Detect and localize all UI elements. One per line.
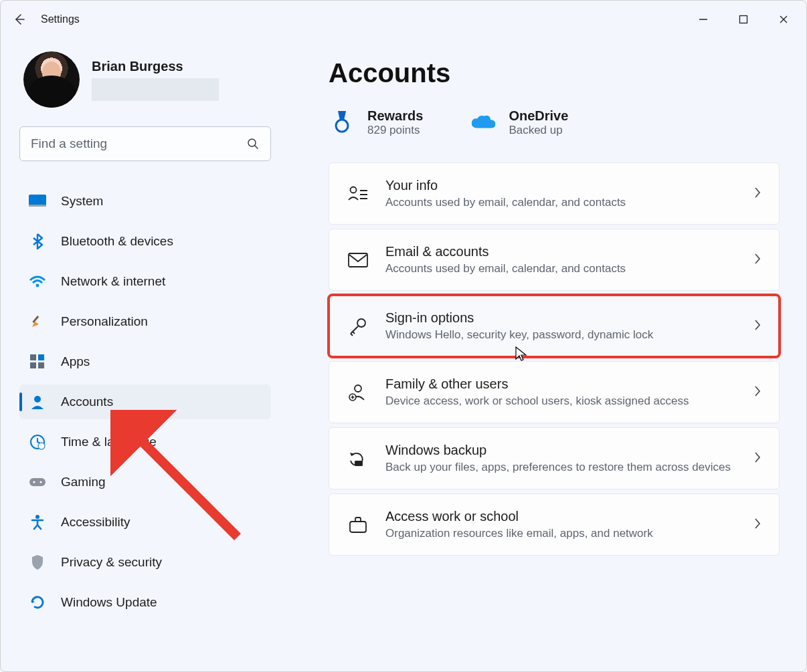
wifi-icon	[29, 273, 46, 290]
minimize-button[interactable]	[683, 3, 723, 35]
search-box[interactable]	[19, 126, 271, 161]
rewards-sub: 829 points	[367, 124, 423, 137]
nav-label: Gaming	[61, 475, 106, 489]
paintbrush-icon	[29, 313, 46, 330]
svg-point-18	[351, 187, 357, 193]
svg-rect-6	[30, 354, 36, 360]
svg-rect-3	[29, 205, 46, 207]
svg-rect-0	[740, 16, 747, 23]
svg-point-14	[33, 481, 35, 483]
card-sub: Back up your files, apps, preferences to…	[385, 461, 737, 474]
display-icon	[29, 193, 46, 210]
nav-label: Accounts	[61, 395, 113, 409]
svg-rect-23	[355, 461, 363, 466]
rewards-title: Rewards	[367, 108, 423, 124]
profile-email-redacted	[92, 78, 219, 101]
nav-item-bluetooth[interactable]: Bluetooth & devices	[19, 224, 271, 259]
svg-point-16	[35, 515, 39, 519]
close-button[interactable]	[764, 3, 804, 35]
card-sub: Organization resources like email, apps,…	[385, 527, 737, 540]
svg-point-17	[336, 120, 348, 132]
arrow-left-icon	[13, 13, 26, 26]
gamepad-icon	[29, 473, 46, 491]
svg-point-15	[39, 481, 41, 483]
card-sub: Accounts used by email, calendar, and co…	[385, 196, 737, 209]
card-title: Windows backup	[385, 443, 737, 458]
backup-icon	[347, 447, 369, 470]
nav-label: Apps	[61, 354, 90, 369]
rewards-medal-icon	[329, 110, 355, 136]
svg-rect-9	[38, 362, 44, 368]
summary-rewards[interactable]: Rewards 829 points	[329, 108, 423, 137]
nav-item-system[interactable]: System	[19, 184, 271, 219]
avatar	[23, 51, 80, 108]
nav-label: Personalization	[61, 314, 148, 329]
search-icon	[246, 137, 260, 150]
main-content: Accounts Rewards 829 points OneDrive Bac…	[288, 38, 806, 671]
apps-icon	[29, 353, 46, 370]
nav-item-privacy[interactable]: Privacy & security	[19, 545, 271, 580]
key-icon	[347, 315, 369, 338]
card-title: Family & other users	[385, 376, 737, 392]
svg-rect-24	[350, 522, 366, 532]
back-button[interactable]	[3, 3, 35, 35]
window-title: Settings	[41, 13, 80, 25]
envelope-icon	[347, 249, 369, 271]
clock-globe-icon	[29, 433, 46, 451]
nav-item-gaming[interactable]: Gaming	[19, 465, 271, 499]
card-sub: Windows Hello, security key, password, d…	[385, 328, 737, 342]
chevron-right-icon	[753, 384, 761, 401]
maximize-icon	[739, 15, 748, 24]
shield-icon	[29, 554, 46, 571]
profile-block[interactable]: Brian Burgess	[23, 51, 271, 108]
summary-onedrive[interactable]: OneDrive Backed up	[470, 108, 568, 137]
nav-item-time-language[interactable]: Time & language	[19, 425, 271, 459]
maximize-button[interactable]	[723, 3, 764, 35]
nav: System Bluetooth & devices Network & int…	[19, 181, 271, 623]
nav-label: Windows Update	[61, 595, 157, 610]
chevron-right-icon	[753, 318, 761, 334]
update-icon	[29, 594, 46, 611]
profile-name: Brian Burgess	[92, 59, 219, 74]
chevron-right-icon	[753, 451, 761, 467]
nav-item-apps[interactable]: Apps	[19, 344, 271, 379]
nav-label: Accessibility	[61, 515, 130, 530]
nav-item-personalization[interactable]: Personalization	[19, 304, 271, 339]
nav-item-accounts[interactable]: Accounts	[19, 384, 271, 419]
account-summary: Rewards 829 points OneDrive Backed up	[329, 108, 780, 137]
nav-item-network[interactable]: Network & internet	[19, 264, 271, 299]
chevron-right-icon	[753, 517, 761, 533]
card-family-users[interactable]: Family & other users Device access, work…	[329, 361, 780, 423]
nav-label: Network & internet	[61, 274, 165, 289]
svg-point-20	[357, 319, 365, 327]
cloud-icon	[470, 110, 497, 136]
nav-item-accessibility[interactable]: Accessibility	[19, 505, 271, 540]
card-windows-backup[interactable]: Windows backup Back up your files, apps,…	[329, 427, 780, 489]
person-plus-icon	[347, 381, 369, 404]
card-email-accounts[interactable]: Email & accounts Accounts used by email,…	[329, 229, 780, 291]
card-your-info[interactable]: Your info Accounts used by email, calend…	[329, 162, 780, 225]
svg-rect-7	[38, 354, 44, 360]
person-icon	[29, 393, 46, 411]
nav-label: System	[61, 194, 103, 209]
onedrive-title: OneDrive	[509, 108, 568, 124]
svg-point-10	[34, 396, 41, 403]
card-work-school[interactable]: Access work or school Organization resou…	[329, 493, 780, 556]
briefcase-icon	[347, 514, 369, 536]
accessibility-icon	[29, 514, 46, 531]
nav-item-windows-update[interactable]: Windows Update	[19, 585, 271, 620]
search-input[interactable]	[31, 136, 246, 151]
svg-point-12	[38, 443, 45, 449]
chevron-right-icon	[753, 186, 761, 202]
close-icon	[779, 15, 788, 24]
nav-label: Bluetooth & devices	[61, 234, 173, 249]
svg-rect-13	[29, 478, 46, 486]
sidebar: Brian Burgess System Bluetooth & devices…	[1, 38, 288, 671]
svg-point-21	[355, 385, 361, 392]
card-sign-in-options[interactable]: Sign-in options Windows Hello, security …	[329, 295, 780, 357]
card-title: Access work or school	[385, 509, 737, 524]
minimize-icon	[699, 15, 708, 24]
svg-rect-19	[349, 253, 367, 267]
card-title: Your info	[385, 178, 737, 193]
page-title: Accounts	[329, 58, 780, 88]
